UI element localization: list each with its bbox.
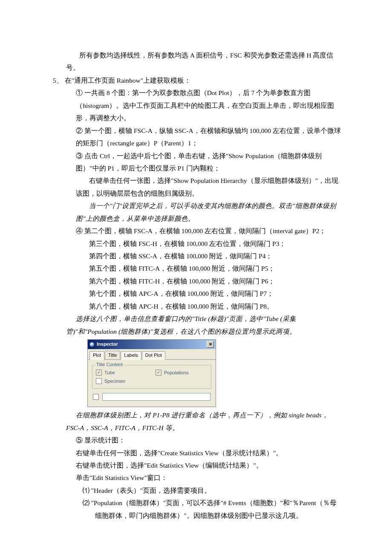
document-page: 所有参数均选择线性，所有参数均选 A 面积信号，FSC 和荧光参数还需选择 H … bbox=[0, 0, 392, 555]
sub-list-item-2: ⑵ "Population（细胞群体）"页面，可以不选择"# Events（细胞… bbox=[95, 497, 341, 522]
step-5: ⑤ 显示统计图： bbox=[76, 434, 341, 446]
step-4-line: 第三个图，横轴 FSC-H，在横轴 100,000 左右位置，做间隔门 P3； bbox=[89, 237, 341, 250]
inspector-tabs: Plot Title Labels Dot Plot bbox=[88, 349, 216, 360]
title-content-group: Title Content Tube Specimen bbox=[92, 365, 211, 389]
step-3: ③ 点击 Ctrl，一起选中后七个图，单击右键，选择"Show Populati… bbox=[76, 150, 341, 175]
step-4-line: 第四个图，横轴 SSC-A，在横轴 100,000 附近，做间隔门 P4； bbox=[89, 250, 341, 262]
step-5-line: 右键单击任何一张图，选择"Create Statistics View（显示统计… bbox=[76, 447, 341, 459]
checkbox-custom-title[interactable] bbox=[93, 394, 99, 400]
inspector-titlebar: Inspector ✕ bbox=[88, 340, 216, 349]
step-4-line: 第七个图，横轴 APC-A，在横轴 100,000 附近，做间隔门 P7； bbox=[89, 287, 341, 300]
tab-labels[interactable]: Labels bbox=[121, 351, 141, 360]
step-4-line: 第五个图，横轴 FITC-A，在横轴 100,000 附近，做间隔门 P5； bbox=[89, 262, 341, 275]
step-4-line: 第六个图，横轴 FITC-H，在横轴 100,000 附近，做间隔门 P6； bbox=[89, 275, 341, 287]
checkbox-populations-label: Populations bbox=[164, 370, 189, 376]
checkbox-tube-label: Tube bbox=[104, 370, 115, 376]
paragraph: 所有参数均选择线性，所有参数均选 A 面积信号，FSC 和荧光参数还需选择 H … bbox=[66, 49, 341, 74]
step-5-line: 右键单击统计图，选择"Edit Statistics View（编辑统计结果）"… bbox=[76, 459, 341, 471]
tab-dot-plot[interactable]: Dot Plot bbox=[142, 351, 165, 360]
sub-numbered-list: ⑴ "Header（表头）"页面，选择需要项目。 ⑵ "Population（细… bbox=[83, 484, 341, 522]
inspector-window: Inspector ✕ Plot Title Labels Dot Plot T… bbox=[87, 339, 216, 407]
step-4-line: 第八个图，横轴 APC-H，在横轴 100,000 附近，做间隔门 P8。 bbox=[89, 300, 341, 312]
step-4-italic-note: 选择这八个图，单击信息查看窗口内的"Title (标题)"页面，选中"Tube … bbox=[66, 312, 341, 338]
inspector-title: Inspector bbox=[97, 341, 207, 347]
checkbox-specimen[interactable] bbox=[96, 378, 102, 384]
step-4: ④ 第二个图，横轴 FSC-A，在横轴 100,000 左右位置，做间隔门（in… bbox=[76, 225, 341, 237]
inspector-icon bbox=[89, 342, 95, 347]
step-3-note: 右键单击任何一张图，选择"Show Population Hierarchy（显… bbox=[76, 174, 341, 199]
checkbox-tube[interactable] bbox=[96, 370, 102, 376]
group-legend: Title Content bbox=[95, 362, 124, 367]
sub-list-item-1: ⑴ "Header（表头）"页面，选择需要项目。 bbox=[95, 484, 341, 497]
step-1: ① 一共画 8 个图：第一个为双参数散点图（Dot Plot），后 7 个为单参… bbox=[76, 87, 341, 124]
tab-title[interactable]: Title bbox=[105, 351, 120, 359]
step-3-italic-note: 当一个"门"设置完毕之后，可以手动改变其内细胞群体的颜色。双击"细胞群体级别图"… bbox=[76, 199, 341, 225]
step-2: ② 第一个图，横轴 FSC-A，纵轴 SSC-A，在横轴和纵轴均 100,000… bbox=[76, 124, 341, 150]
checkbox-specimen-label: Specimen bbox=[104, 379, 125, 384]
after-inspector-note: 在细胞群体级别图上，对 P1-P8 进行重命名（选中，再点一下），例如 sing… bbox=[66, 409, 341, 434]
close-button[interactable]: ✕ bbox=[207, 341, 214, 348]
tab-plot[interactable]: Plot bbox=[89, 351, 104, 360]
step-5-line: 单击"Edit Statistics View"窗口： bbox=[76, 471, 341, 484]
inspector-body: Title Content Tube Specimen bbox=[88, 360, 216, 407]
custom-title-input[interactable] bbox=[102, 393, 210, 401]
checkbox-populations[interactable] bbox=[156, 370, 161, 376]
list-item-5: 5、 在"通用工作页面 Rainbow"上建获取模板： bbox=[53, 74, 341, 87]
